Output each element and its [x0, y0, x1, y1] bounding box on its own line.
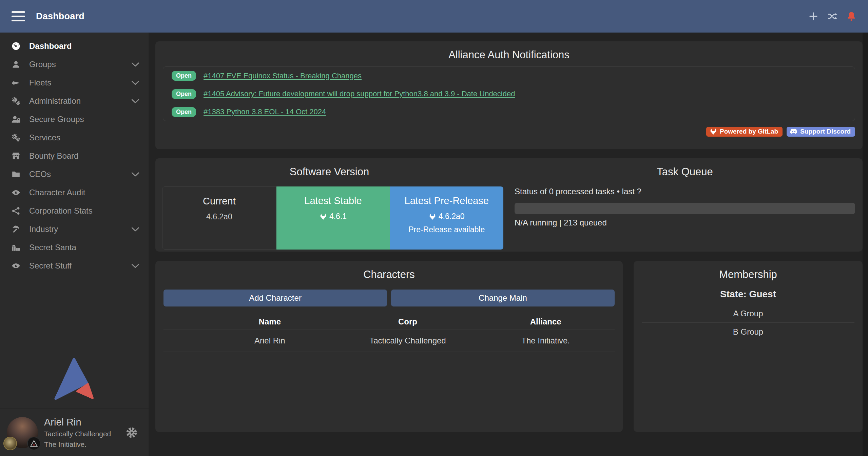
menu-toggle-icon[interactable]	[12, 11, 25, 21]
chevron-down-icon	[131, 226, 140, 232]
gitlab-icon	[320, 213, 327, 220]
list-item: A Group	[642, 304, 854, 323]
gitlab-icon	[429, 213, 436, 220]
alliance-auth-logo	[54, 358, 94, 400]
characters-table: Name Corp Alliance Ariel Rin Tactically …	[163, 314, 615, 352]
app-root: Dashboard Dashboard Groups Fleets	[0, 0, 868, 456]
user-info: Ariel Rin Tactically Challenged The Init…	[44, 416, 111, 449]
eye-icon	[11, 188, 21, 197]
version-latest-stable: Latest Stable 4.6.1	[276, 186, 390, 250]
discord-icon	[790, 128, 797, 135]
user-corp: Tactically Challenged	[44, 430, 111, 438]
notifications-title: Alliance Auth Notifications	[163, 49, 855, 61]
sidebar-item-corporation-stats[interactable]: Corporation Stats	[0, 202, 149, 220]
sidebar-item-groups[interactable]: Groups	[0, 55, 149, 74]
sidebar-menu: Dashboard Groups Fleets Administration S…	[0, 33, 149, 275]
page-title: Dashboard	[36, 11, 84, 22]
sidebar-item-administration[interactable]: Administration	[0, 92, 149, 110]
status-badge: Open	[172, 107, 196, 117]
sidebar-item-dashboard[interactable]: Dashboard	[0, 37, 149, 55]
user-alliance: The Initiative.	[44, 440, 111, 449]
sidebar-item-industry[interactable]: Industry	[0, 220, 149, 238]
task-queue-status: Status of 0 processed tasks • last ?	[515, 187, 641, 196]
user-icon	[11, 60, 21, 69]
alliance-logo-badge	[27, 437, 41, 450]
user-name: Ariel Rin	[44, 416, 111, 428]
gifts-icon	[11, 243, 21, 252]
bottom-row: Characters Add Character Change Main Nam…	[155, 261, 863, 432]
sidebar-item-secret-santa[interactable]: Secret Santa	[0, 238, 149, 257]
sidebar-item-ceos[interactable]: CEOs	[0, 165, 149, 183]
chevron-down-icon	[131, 172, 140, 177]
character-name: Ariel Rin	[201, 336, 339, 345]
external-badges: Powered by GitLab Support Discord	[163, 127, 855, 137]
sidebar-item-character-audit[interactable]: Character Audit	[0, 183, 149, 202]
task-queue-counts: N/A running | 213 queued	[515, 218, 607, 227]
notifications-panel: Alliance Auth Notifications Open #1407 E…	[155, 41, 863, 149]
gitlab-icon	[710, 128, 717, 135]
software-version-title: Software Version	[155, 166, 503, 178]
topbar: Dashboard	[0, 0, 868, 33]
chevron-down-icon	[131, 263, 140, 269]
characters-table-header: Name Corp Alliance	[163, 314, 615, 330]
notification-item: Open #1383 Python 3.8 EOL - 14 Oct 2024	[163, 103, 855, 121]
software-taskqueue-panel: Software Version Current 4.6.2a0 Latest …	[155, 158, 863, 252]
sidebar-item-secret-stuff[interactable]: Secret Stuff	[0, 257, 149, 275]
version-strip: Current 4.6.2a0 Latest Stable 4.6.1 Late…	[162, 186, 503, 250]
eye-icon	[11, 261, 21, 271]
chevron-down-icon	[131, 98, 140, 104]
membership-title: Membership	[642, 269, 854, 281]
status-badge: Open	[172, 71, 196, 81]
sidebar-item-services[interactable]: Services	[0, 128, 149, 147]
dashboard-gauge-icon	[11, 41, 21, 51]
user-settings-gear-icon[interactable]	[126, 427, 138, 439]
add-character-button[interactable]: Add Character	[163, 290, 387, 306]
chevron-down-icon	[131, 80, 140, 85]
table-row: Ariel Rin Tactically Challenged The Init…	[163, 330, 615, 352]
status-badge: Open	[172, 89, 196, 99]
version-current: Current 4.6.2a0	[162, 186, 276, 250]
character-corp: Tactically Challenged	[339, 336, 477, 345]
notification-link[interactable]: #1405 Advisory: Future development will …	[204, 90, 515, 98]
store-icon	[11, 151, 21, 161]
list-item: B Group	[642, 323, 854, 341]
share-icon	[11, 206, 21, 216]
notification-item: Open #1405 Advisory: Future development …	[163, 85, 855, 103]
notification-link[interactable]: #1383 Python 3.8 EOL - 14 Oct 2024	[204, 107, 326, 116]
user-panel: Ariel Rin Tactically Challenged The Init…	[0, 409, 149, 456]
characters-title: Characters	[163, 269, 615, 281]
topbar-actions	[808, 11, 856, 21]
powered-by-gitlab-badge[interactable]: Powered by GitLab	[706, 127, 783, 137]
main-content: Alliance Auth Notifications Open #1407 E…	[149, 33, 863, 456]
notifications-bell-icon[interactable]	[846, 11, 856, 21]
membership-state: State: Guest	[642, 289, 854, 300]
user-avatar	[7, 417, 38, 448]
task-queue-title: Task Queue	[515, 166, 855, 178]
add-icon[interactable]	[808, 11, 818, 21]
fleet-ship-icon	[11, 78, 21, 87]
sidebar-item-bounty-board[interactable]: Bounty Board	[0, 147, 149, 165]
change-main-button[interactable]: Change Main	[391, 290, 615, 306]
gears-icon	[11, 133, 21, 142]
scrollbar-track[interactable]	[863, 33, 868, 456]
user-lock-icon	[11, 115, 21, 124]
notifications-list: Open #1407 EVE Equinox Status - Breaking…	[163, 66, 855, 121]
sidebar-item-fleets[interactable]: Fleets	[0, 74, 149, 92]
version-latest-prerelease: Latest Pre-Release 4.6.2a0 Pre-Release a…	[390, 186, 503, 250]
membership-panel: Membership State: Guest A Group B Group	[634, 261, 863, 432]
characters-panel: Characters Add Character Change Main Nam…	[155, 261, 623, 432]
characters-buttons: Add Character Change Main	[163, 290, 615, 306]
hammer-icon	[11, 224, 21, 234]
notification-item: Open #1407 EVE Equinox Status - Breaking…	[163, 67, 855, 85]
folder-icon	[11, 170, 21, 179]
membership-groups: A Group B Group	[642, 304, 854, 341]
support-discord-badge[interactable]: Support Discord	[787, 127, 855, 137]
gears-icon	[11, 96, 21, 106]
notification-link[interactable]: #1407 EVE Equinox Status - Breaking Chan…	[204, 72, 362, 80]
character-alliance: The Initiative.	[477, 336, 615, 345]
shuffle-icon[interactable]	[827, 11, 837, 21]
sidebar: Dashboard Groups Fleets Administration S…	[0, 33, 149, 456]
sidebar-item-secure-groups[interactable]: Secure Groups	[0, 110, 149, 128]
corp-logo-badge	[3, 437, 17, 450]
chevron-down-icon	[131, 62, 140, 67]
